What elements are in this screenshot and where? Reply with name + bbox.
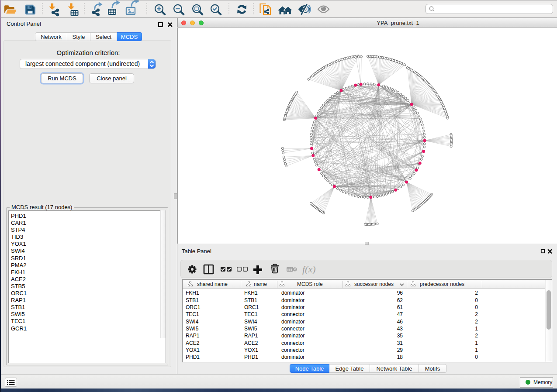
svg-text:f(x): f(x) [302,264,316,275]
